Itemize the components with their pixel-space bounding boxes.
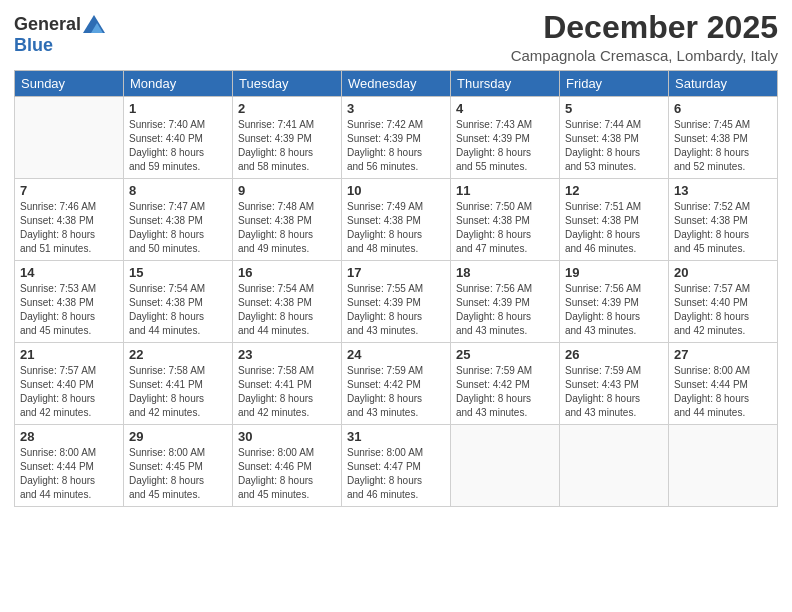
day-number: 4: [456, 101, 554, 116]
table-row: 29Sunrise: 8:00 AMSunset: 4:45 PMDayligh…: [124, 425, 233, 507]
day-info: Sunrise: 7:51 AMSunset: 4:38 PMDaylight:…: [565, 200, 663, 256]
header-monday: Monday: [124, 71, 233, 97]
day-number: 25: [456, 347, 554, 362]
day-number: 27: [674, 347, 772, 362]
table-row: 22Sunrise: 7:58 AMSunset: 4:41 PMDayligh…: [124, 343, 233, 425]
table-row: 17Sunrise: 7:55 AMSunset: 4:39 PMDayligh…: [342, 261, 451, 343]
day-info: Sunrise: 7:43 AMSunset: 4:39 PMDaylight:…: [456, 118, 554, 174]
table-row: 13Sunrise: 7:52 AMSunset: 4:38 PMDayligh…: [669, 179, 778, 261]
table-row: 24Sunrise: 7:59 AMSunset: 4:42 PMDayligh…: [342, 343, 451, 425]
table-row: 25Sunrise: 7:59 AMSunset: 4:42 PMDayligh…: [451, 343, 560, 425]
table-row: 31Sunrise: 8:00 AMSunset: 4:47 PMDayligh…: [342, 425, 451, 507]
day-number: 18: [456, 265, 554, 280]
day-info: Sunrise: 7:57 AMSunset: 4:40 PMDaylight:…: [20, 364, 118, 420]
table-row: 4Sunrise: 7:43 AMSunset: 4:39 PMDaylight…: [451, 97, 560, 179]
day-number: 2: [238, 101, 336, 116]
day-info: Sunrise: 7:56 AMSunset: 4:39 PMDaylight:…: [565, 282, 663, 338]
header-row: General Blue December 2025 Campagnola Cr…: [14, 10, 778, 64]
day-info: Sunrise: 8:00 AMSunset: 4:45 PMDaylight:…: [129, 446, 227, 502]
day-number: 31: [347, 429, 445, 444]
day-number: 1: [129, 101, 227, 116]
table-row: 20Sunrise: 7:57 AMSunset: 4:40 PMDayligh…: [669, 261, 778, 343]
day-number: 17: [347, 265, 445, 280]
table-row: 2Sunrise: 7:41 AMSunset: 4:39 PMDaylight…: [233, 97, 342, 179]
day-number: 11: [456, 183, 554, 198]
header-wednesday: Wednesday: [342, 71, 451, 97]
table-row: 7Sunrise: 7:46 AMSunset: 4:38 PMDaylight…: [15, 179, 124, 261]
table-row: 23Sunrise: 7:58 AMSunset: 4:41 PMDayligh…: [233, 343, 342, 425]
table-row: [451, 425, 560, 507]
table-row: 19Sunrise: 7:56 AMSunset: 4:39 PMDayligh…: [560, 261, 669, 343]
header-thursday: Thursday: [451, 71, 560, 97]
day-number: 7: [20, 183, 118, 198]
day-number: 3: [347, 101, 445, 116]
header-saturday: Saturday: [669, 71, 778, 97]
day-info: Sunrise: 7:48 AMSunset: 4:38 PMDaylight:…: [238, 200, 336, 256]
day-info: Sunrise: 8:00 AMSunset: 4:44 PMDaylight:…: [674, 364, 772, 420]
table-row: 15Sunrise: 7:54 AMSunset: 4:38 PMDayligh…: [124, 261, 233, 343]
day-number: 10: [347, 183, 445, 198]
day-number: 5: [565, 101, 663, 116]
day-info: Sunrise: 7:59 AMSunset: 4:42 PMDaylight:…: [456, 364, 554, 420]
table-row: 11Sunrise: 7:50 AMSunset: 4:38 PMDayligh…: [451, 179, 560, 261]
table-row: [560, 425, 669, 507]
day-info: Sunrise: 8:00 AMSunset: 4:44 PMDaylight:…: [20, 446, 118, 502]
day-number: 14: [20, 265, 118, 280]
day-info: Sunrise: 7:45 AMSunset: 4:38 PMDaylight:…: [674, 118, 772, 174]
day-number: 19: [565, 265, 663, 280]
day-number: 24: [347, 347, 445, 362]
day-number: 30: [238, 429, 336, 444]
day-info: Sunrise: 7:58 AMSunset: 4:41 PMDaylight:…: [129, 364, 227, 420]
day-info: Sunrise: 7:49 AMSunset: 4:38 PMDaylight:…: [347, 200, 445, 256]
day-number: 16: [238, 265, 336, 280]
table-row: 6Sunrise: 7:45 AMSunset: 4:38 PMDaylight…: [669, 97, 778, 179]
calendar-table: Sunday Monday Tuesday Wednesday Thursday…: [14, 70, 778, 507]
table-row: 18Sunrise: 7:56 AMSunset: 4:39 PMDayligh…: [451, 261, 560, 343]
day-info: Sunrise: 7:44 AMSunset: 4:38 PMDaylight:…: [565, 118, 663, 174]
day-info: Sunrise: 7:56 AMSunset: 4:39 PMDaylight:…: [456, 282, 554, 338]
table-row: [15, 97, 124, 179]
table-row: [669, 425, 778, 507]
day-number: 13: [674, 183, 772, 198]
title-block: December 2025 Campagnola Cremasca, Lomba…: [511, 10, 778, 64]
day-info: Sunrise: 7:59 AMSunset: 4:42 PMDaylight:…: [347, 364, 445, 420]
header-sunday: Sunday: [15, 71, 124, 97]
location-title: Campagnola Cremasca, Lombardy, Italy: [511, 47, 778, 64]
table-row: 27Sunrise: 8:00 AMSunset: 4:44 PMDayligh…: [669, 343, 778, 425]
day-info: Sunrise: 8:00 AMSunset: 4:46 PMDaylight:…: [238, 446, 336, 502]
table-row: 30Sunrise: 8:00 AMSunset: 4:46 PMDayligh…: [233, 425, 342, 507]
table-row: 14Sunrise: 7:53 AMSunset: 4:38 PMDayligh…: [15, 261, 124, 343]
header-tuesday: Tuesday: [233, 71, 342, 97]
day-info: Sunrise: 8:00 AMSunset: 4:47 PMDaylight:…: [347, 446, 445, 502]
day-number: 20: [674, 265, 772, 280]
month-title: December 2025: [511, 10, 778, 45]
day-info: Sunrise: 7:53 AMSunset: 4:38 PMDaylight:…: [20, 282, 118, 338]
logo-icon: [83, 15, 105, 33]
table-row: 21Sunrise: 7:57 AMSunset: 4:40 PMDayligh…: [15, 343, 124, 425]
day-info: Sunrise: 7:57 AMSunset: 4:40 PMDaylight:…: [674, 282, 772, 338]
table-row: 26Sunrise: 7:59 AMSunset: 4:43 PMDayligh…: [560, 343, 669, 425]
logo-blue-text: Blue: [14, 35, 53, 55]
day-number: 28: [20, 429, 118, 444]
day-number: 12: [565, 183, 663, 198]
day-number: 29: [129, 429, 227, 444]
day-info: Sunrise: 7:46 AMSunset: 4:38 PMDaylight:…: [20, 200, 118, 256]
table-row: 3Sunrise: 7:42 AMSunset: 4:39 PMDaylight…: [342, 97, 451, 179]
day-info: Sunrise: 7:52 AMSunset: 4:38 PMDaylight:…: [674, 200, 772, 256]
day-info: Sunrise: 7:54 AMSunset: 4:38 PMDaylight:…: [238, 282, 336, 338]
day-number: 8: [129, 183, 227, 198]
day-number: 23: [238, 347, 336, 362]
table-row: 10Sunrise: 7:49 AMSunset: 4:38 PMDayligh…: [342, 179, 451, 261]
day-info: Sunrise: 7:42 AMSunset: 4:39 PMDaylight:…: [347, 118, 445, 174]
logo-general-text: General: [14, 14, 81, 35]
logo: General Blue: [14, 14, 105, 56]
header-friday: Friday: [560, 71, 669, 97]
day-info: Sunrise: 7:41 AMSunset: 4:39 PMDaylight:…: [238, 118, 336, 174]
table-row: 12Sunrise: 7:51 AMSunset: 4:38 PMDayligh…: [560, 179, 669, 261]
calendar-header-row: Sunday Monday Tuesday Wednesday Thursday…: [15, 71, 778, 97]
table-row: 28Sunrise: 8:00 AMSunset: 4:44 PMDayligh…: [15, 425, 124, 507]
day-info: Sunrise: 7:55 AMSunset: 4:39 PMDaylight:…: [347, 282, 445, 338]
table-row: 9Sunrise: 7:48 AMSunset: 4:38 PMDaylight…: [233, 179, 342, 261]
day-number: 22: [129, 347, 227, 362]
table-row: 1Sunrise: 7:40 AMSunset: 4:40 PMDaylight…: [124, 97, 233, 179]
